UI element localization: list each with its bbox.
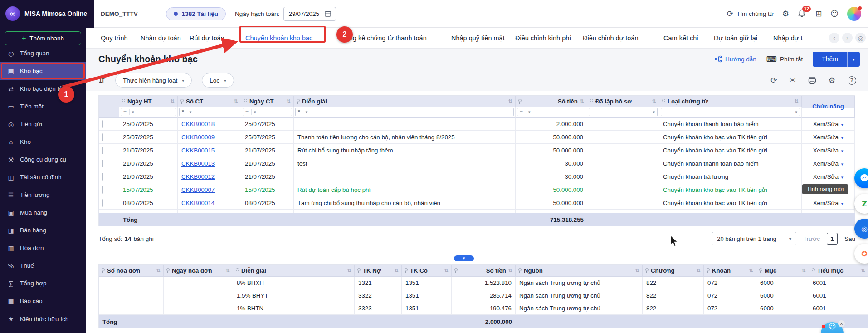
documents-badge[interactable]: 1382 Tài liệu — [166, 7, 226, 20]
row-checkbox[interactable] — [102, 173, 103, 181]
tab-dieu-chinh-du-toan[interactable]: Điều chỉnh dự toán — [583, 28, 639, 49]
tab-nhap-du-toan[interactable]: Nhập dự t — [773, 28, 803, 49]
row-action-button[interactable]: Xem/Sửa▾ — [802, 170, 855, 183]
sidebar-item-kho[interactable]: ⌂Kho — [0, 133, 86, 151]
sort-icon[interactable]: ⇅ — [156, 268, 161, 274]
sidebar-item-tien-mat[interactable]: ▭Tiền mặt — [0, 98, 86, 115]
collapse-detail-button[interactable]: ▾ — [454, 255, 474, 261]
refresh-icon[interactable]: ⟳ — [770, 77, 777, 84]
sidebar-item-bao-cao[interactable]: ▦Báo cáo — [0, 292, 86, 310]
sort-icon[interactable]: ⇅ — [171, 98, 175, 104]
sort-rows-icon[interactable]: ⇵ — [98, 76, 105, 85]
sort-icon[interactable]: ⇅ — [697, 268, 701, 274]
sort-icon[interactable]: ⇅ — [635, 268, 639, 274]
row-checkbox[interactable] — [102, 147, 103, 154]
filter-dropdown[interactable]: Lọc ▾ — [202, 73, 234, 88]
sidebar-item-thue[interactable]: %Thuế — [0, 257, 86, 274]
filter-operator[interactable]: = — [520, 109, 526, 115]
chevron-down-icon[interactable]: ▾ — [653, 110, 655, 114]
row-checkbox[interactable] — [102, 199, 103, 207]
sort-icon[interactable]: ⇅ — [802, 268, 806, 274]
apps-grid-icon[interactable]: ⊞ — [815, 10, 822, 18]
page-size-select[interactable]: 20 bản ghi trên 1 trang ▾ — [712, 232, 796, 245]
row-checkbox[interactable] — [102, 160, 103, 167]
tab-cam-ket-chi[interactable]: Cam kết chi — [663, 28, 698, 49]
sort-icon[interactable]: ⇅ — [395, 268, 399, 274]
find-documents-button[interactable]: ⟳ Tìm chứng từ — [727, 10, 774, 18]
sidebar-item-kho-bac-dien-tu[interactable]: ⇄Kho bạc điện tử — [0, 80, 86, 98]
sidebar-item-tong-hop[interactable]: ∑Tổng hợp — [0, 274, 86, 292]
sidebar-item-cong-cu-dung-cu[interactable]: ⚒Công cụ dụng cụ — [0, 151, 86, 168]
document-link[interactable]: CKKB00014 — [181, 200, 215, 206]
row-action-button[interactable]: Xem/Sửa▾ — [802, 196, 855, 210]
filter-operator[interactable]: * — [182, 109, 187, 115]
sidebar-item-tai-san-co-dinh[interactable]: ◫Tài sản cố định — [0, 168, 86, 186]
sidebar-item-tong-quan[interactable]: ◷Tổng quan — [0, 44, 86, 62]
tab-nhap-quy-tien-mat[interactable]: Nhập quỹ tiền mặt — [451, 28, 505, 49]
user-avatar[interactable] — [847, 7, 861, 21]
sort-icon[interactable]: ⇅ — [795, 98, 799, 104]
filter-operator[interactable]: * — [298, 109, 303, 115]
sidebar-item-kho-bac[interactable]: ▤Kho bạc — [0, 62, 86, 80]
filter-da-lap-ho-so[interactable]: ▾ — [589, 108, 658, 116]
tab-nhan-du-toan[interactable]: Nhận dự toán — [141, 28, 181, 49]
current-page[interactable]: 1 — [827, 233, 838, 245]
row-action-button[interactable]: Xem/Sửa▾ — [802, 131, 855, 144]
support-smiley-icon[interactable]: ☺ — [830, 10, 839, 18]
document-link[interactable]: CKKB00018 — [181, 121, 215, 127]
sidebar-item-hoa-don[interactable]: ▥Hóa đơn — [0, 239, 86, 257]
filter-operator[interactable]: = — [245, 109, 252, 115]
tab-dieu-chinh-kinh-phi[interactable]: Điều chỉnh kinh phí — [515, 28, 571, 49]
filter-ngay-ht[interactable]: =▾ — [121, 108, 176, 116]
tab-chuyen-khoan-kho-bac[interactable]: Chuyển khoản kho bạc — [245, 28, 312, 49]
row-action-button[interactable]: Xem/Sửa▾ — [802, 144, 855, 157]
next-page-button[interactable]: Sau — [844, 235, 855, 242]
tab-bang-ke-chung-tu-thanh-toan[interactable]: Bảng kê chứng từ thanh toán — [341, 28, 427, 49]
document-link[interactable]: CKKB00015 — [181, 147, 215, 154]
mail-icon[interactable]: ✉ — [790, 77, 796, 84]
calendar-icon[interactable] — [325, 10, 331, 17]
sort-icon[interactable]: ⇅ — [508, 98, 512, 104]
row-checkbox[interactable] — [102, 186, 103, 194]
sort-icon[interactable]: ⇅ — [226, 268, 230, 274]
sort-icon[interactable]: ⇅ — [580, 98, 584, 104]
sidebar-item-tien-gui[interactable]: ◎Tiền gửi — [0, 115, 86, 133]
row-action-button[interactable]: Xem/Sửa▾ — [802, 118, 855, 131]
sort-icon[interactable]: ⇅ — [347, 268, 351, 274]
close-widget-icon[interactable]: ✕ — [838, 320, 845, 327]
print-icon[interactable] — [808, 77, 816, 84]
tabs-scroll-right-button[interactable]: › — [842, 33, 853, 43]
sidebar-item-ban-hang[interactable]: ◨Bán hàng — [0, 221, 86, 239]
select-all-checkbox[interactable] — [102, 103, 102, 110]
document-link[interactable]: CKKB00013 — [181, 160, 215, 167]
add-dropdown-caret-icon[interactable]: ▾ — [848, 52, 860, 67]
sort-icon[interactable]: ⇅ — [444, 268, 449, 274]
shortcuts-link[interactable]: ⌨ Phím tắt — [766, 55, 803, 64]
sort-icon[interactable]: ⇅ — [749, 268, 753, 274]
guide-link[interactable]: Hướng dẫn — [715, 55, 756, 63]
quick-add-button[interactable]: + Thêm nhanh — [5, 31, 81, 45]
misa-logo-icon[interactable]: ∞ — [5, 6, 20, 21]
notifications-button[interactable]: 12 — [798, 9, 807, 18]
filter-dien-giai[interactable]: *▾ — [295, 108, 514, 116]
filter-so-ct[interactable]: *▾ — [179, 108, 239, 116]
settings-gear-icon[interactable]: ⚙ — [782, 10, 789, 18]
document-link[interactable]: CKKB00012 — [181, 173, 215, 180]
tab-quy-trinh[interactable]: Quy trình — [101, 28, 128, 49]
sort-icon[interactable]: ⇅ — [508, 268, 512, 274]
row-checkbox[interactable] — [102, 133, 103, 141]
tab-du-toan-giu-lai[interactable]: Dự toán giữ lại — [714, 28, 757, 49]
document-link[interactable]: CKKB00007 — [181, 186, 215, 193]
filter-so-tien[interactable]: =▾ — [517, 108, 585, 116]
chevron-down-icon[interactable]: ▾ — [795, 110, 797, 114]
sidebar-item-kien-thuc-huu-ich[interactable]: ★Kiến thức hữu ích — [0, 310, 86, 328]
sort-icon[interactable]: ⇅ — [287, 98, 291, 104]
tab-rut-du-toan[interactable]: Rút dự toán — [190, 28, 224, 49]
sort-icon[interactable]: ⇅ — [652, 98, 656, 104]
sort-icon[interactable]: ⇅ — [861, 268, 865, 274]
filter-ngay-ct[interactable]: =▾ — [243, 108, 292, 116]
batch-actions-dropdown[interactable]: Thực hiện hàng loạt ▾ — [115, 73, 192, 88]
posting-date-field[interactable]: 29/07/2025 — [283, 7, 336, 21]
grid-settings-gear-icon[interactable]: ⚙ — [829, 77, 835, 84]
add-button[interactable]: Thêm ▾ — [813, 52, 860, 67]
